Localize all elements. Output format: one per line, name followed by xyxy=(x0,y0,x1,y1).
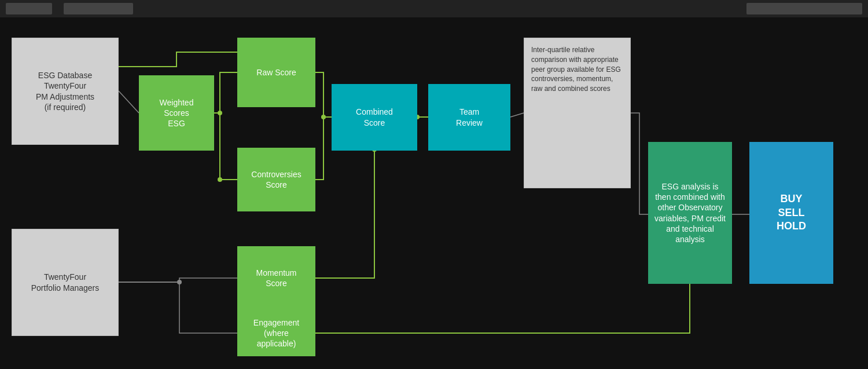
portfolio-managers-label: TwentyFourPortfolio Managers xyxy=(31,272,100,293)
svg-line-0 xyxy=(119,91,139,113)
engagement-label: Engagement(whereapplicable) xyxy=(253,317,299,349)
momentum-score-label: MomentumScore xyxy=(256,268,296,288)
esg-database-box: ESG DatabaseTwentyFourPM Adjustments(if … xyxy=(12,38,119,145)
team-review-box: TeamReview xyxy=(428,84,510,151)
team-review-label: TeamReview xyxy=(456,107,483,127)
logo2 xyxy=(64,3,133,14)
combined-score-box: CombinedScore xyxy=(332,84,417,151)
connectors-svg xyxy=(0,0,868,369)
controversies-score-label: ControversiesScore xyxy=(251,169,301,190)
weighted-scores-label: WeightedScoresESG xyxy=(160,97,194,129)
portfolio-managers-box: TwentyFourPortfolio Managers xyxy=(12,229,119,336)
inter-quartile-box: Inter-quartile relative comparison with … xyxy=(524,38,631,188)
weighted-scores-box: WeightedScoresESG xyxy=(139,75,214,151)
raw-score-label: Raw Score xyxy=(256,67,296,78)
controversies-score-box: ControversiesScore xyxy=(237,148,315,211)
header-bar xyxy=(0,0,868,17)
esg-database-label: ESG DatabaseTwentyFourPM Adjustments(if … xyxy=(36,70,94,112)
header-right xyxy=(746,3,862,14)
esg-analysis-box: ESG analysis is then combined with other… xyxy=(648,142,732,284)
momentum-score-box: MomentumScore xyxy=(237,246,315,310)
buy-sell-hold-label: BUYSELLHOLD xyxy=(777,192,806,233)
diagram-canvas: ESG DatabaseTwentyFourPM Adjustments(if … xyxy=(0,0,868,369)
engagement-box: Engagement(whereapplicable) xyxy=(237,310,315,356)
svg-point-7 xyxy=(177,280,182,284)
svg-point-1 xyxy=(218,111,222,115)
svg-point-3 xyxy=(321,115,326,119)
raw-score-box: Raw Score xyxy=(237,38,315,107)
svg-line-6 xyxy=(510,113,524,117)
esg-analysis-label: ESG analysis is then combined with other… xyxy=(654,181,726,244)
logo1 xyxy=(6,3,52,14)
inter-quartile-label: Inter-quartile relative comparison with … xyxy=(531,45,623,94)
buy-sell-hold-box: BUYSELLHOLD xyxy=(749,142,833,284)
svg-point-2 xyxy=(218,177,222,182)
combined-score-label: CombinedScore xyxy=(356,107,393,127)
